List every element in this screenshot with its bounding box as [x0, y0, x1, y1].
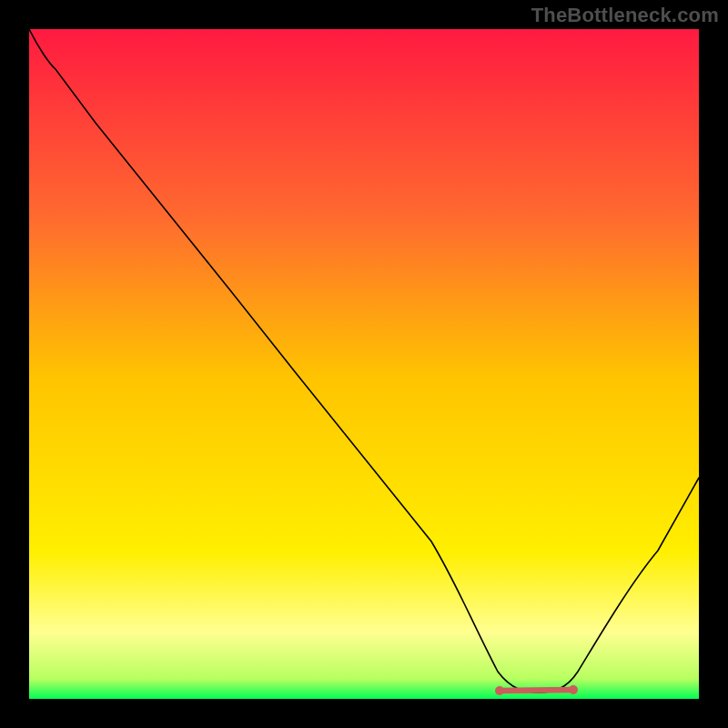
- optimal-range-marker: [500, 690, 573, 691]
- gradient-background: [29, 29, 699, 699]
- chart-frame: TheBottleneck.com: [0, 0, 728, 728]
- optimal-range-end-dot: [569, 685, 578, 694]
- chart-svg: [29, 29, 699, 699]
- plot-area: [29, 29, 699, 699]
- watermark-text: TheBottleneck.com: [531, 4, 719, 27]
- optimal-range-start-dot: [495, 686, 504, 695]
